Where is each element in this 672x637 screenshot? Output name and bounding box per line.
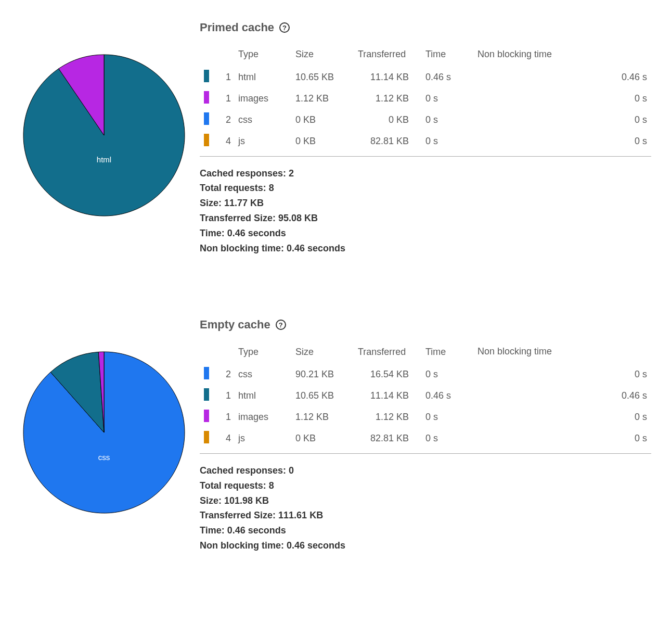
summary-value-size: 101.98 KB — [224, 495, 269, 506]
row-size: 0 KB — [291, 109, 354, 131]
row-count: 4 — [209, 131, 234, 152]
row-size: 0 KB — [291, 131, 354, 152]
help-icon[interactable]: ? — [279, 22, 290, 33]
color-swatch — [204, 134, 209, 146]
section-title: Primed cache ? — [200, 21, 651, 34]
table-row: 4 js 0 KB 82.81 KB 0 s 0 s — [200, 131, 651, 152]
color-swatch — [204, 70, 209, 82]
summary-value-cached: 0 — [289, 465, 294, 476]
summary-label-size: Size: — [200, 495, 222, 506]
summary-value-transferred: 95.08 KB — [278, 213, 318, 223]
summary-label-cached: Cached responses: — [200, 168, 286, 179]
section-title-text: Empty cache — [200, 318, 270, 332]
row-time: 0.46 s — [421, 67, 473, 88]
row-type: js — [234, 428, 291, 449]
summary-label-total: Total requests: — [200, 183, 266, 193]
row-count: 1 — [209, 67, 234, 88]
summary-block: Cached responses: 0 Total requests: 8 Si… — [200, 463, 651, 553]
row-count: 1 — [209, 88, 234, 109]
col-nonblocking: Non blocking time — [473, 342, 651, 364]
summary-label-nonblocking: Non blocking time: — [200, 540, 284, 551]
row-count: 1 — [209, 385, 234, 406]
cache-section: html Primed cache ? Type Size Transferre… — [21, 21, 651, 256]
row-type: html — [234, 67, 291, 88]
table-row: 2 css 0 KB 0 KB 0 s 0 s — [200, 109, 651, 131]
table-row: 1 images 1.12 KB 1.12 KB 0 s 0 s — [200, 88, 651, 109]
color-swatch — [204, 91, 209, 104]
help-icon[interactable]: ? — [276, 320, 286, 330]
row-transferred: 11.14 KB — [354, 67, 421, 88]
row-type: css — [234, 109, 291, 131]
details-panel: Empty cache ? Type Size Transferred Time… — [200, 318, 651, 553]
summary-label-cached: Cached responses: — [200, 465, 286, 476]
row-size: 90.21 KB — [291, 364, 354, 385]
summary-value-nonblocking: 0.46 seconds — [287, 243, 345, 253]
row-transferred: 82.81 KB — [354, 428, 421, 449]
row-type: css — [234, 364, 291, 385]
row-time: 0 s — [421, 131, 473, 152]
row-time: 0 s — [421, 406, 473, 428]
color-swatch — [204, 431, 209, 443]
color-swatch-cell — [200, 67, 209, 88]
summary-value-cached: 2 — [289, 168, 294, 179]
row-transferred: 0 KB — [354, 109, 421, 131]
row-nonblocking: 0 s — [473, 428, 651, 449]
color-swatch — [204, 367, 209, 379]
color-swatch — [204, 388, 209, 401]
summary-label-total: Total requests: — [200, 480, 266, 491]
row-time: 0 s — [421, 109, 473, 131]
section-title-text: Primed cache — [200, 21, 274, 34]
row-size: 0 KB — [291, 428, 354, 449]
table-row: 1 html 10.65 KB 11.14 KB 0.46 s 0.46 s — [200, 67, 651, 88]
row-type: html — [234, 385, 291, 406]
summary-value-transferred: 111.61 KB — [278, 510, 323, 520]
row-count: 2 — [209, 364, 234, 385]
row-type: images — [234, 88, 291, 109]
row-nonblocking: 0 s — [473, 131, 651, 152]
row-count: 1 — [209, 406, 234, 428]
pie-center-label: html — [97, 155, 111, 164]
row-type: js — [234, 131, 291, 152]
row-count: 4 — [209, 428, 234, 449]
row-nonblocking: 0 s — [473, 406, 651, 428]
summary-value-total: 8 — [269, 183, 274, 193]
row-nonblocking: 0.46 s — [473, 67, 651, 88]
summary-label-time: Time: — [200, 228, 225, 238]
row-nonblocking: 0 s — [473, 364, 651, 385]
row-count: 2 — [209, 109, 234, 131]
section-title: Empty cache ? — [200, 318, 651, 332]
summary-label-nonblocking: Non blocking time: — [200, 243, 284, 253]
color-swatch-cell — [200, 364, 209, 385]
summary-label-size: Size: — [200, 198, 222, 208]
col-nonblocking: Non blocking time — [473, 45, 651, 67]
details-panel: Primed cache ? Type Size Transferred Tim… — [200, 21, 651, 256]
pie-center-label: css — [98, 453, 110, 462]
color-swatch-cell — [200, 385, 209, 406]
col-size: Size — [291, 45, 354, 67]
row-time: 0 s — [421, 428, 473, 449]
color-swatch-cell — [200, 88, 209, 109]
color-swatch — [204, 112, 209, 125]
row-time: 0.46 s — [421, 385, 473, 406]
color-swatch — [204, 410, 209, 422]
row-time: 0 s — [421, 364, 473, 385]
row-type: images — [234, 406, 291, 428]
row-time: 0 s — [421, 88, 473, 109]
divider — [200, 453, 651, 454]
col-type: Type — [234, 45, 291, 67]
row-nonblocking: 0 s — [473, 88, 651, 109]
color-swatch-cell — [200, 406, 209, 428]
col-type: Type — [234, 342, 291, 364]
table-row: 1 images 1.12 KB 1.12 KB 0 s 0 s — [200, 406, 651, 428]
row-transferred: 1.12 KB — [354, 406, 421, 428]
table-row: 2 css 90.21 KB 16.54 KB 0 s 0 s — [200, 364, 651, 385]
summary-label-transferred: Transferred Size: — [200, 213, 276, 223]
col-time: Time — [421, 342, 473, 364]
color-swatch-cell — [200, 109, 209, 131]
row-nonblocking: 0.46 s — [473, 385, 651, 406]
summary-label-transferred: Transferred Size: — [200, 510, 276, 520]
color-swatch-cell — [200, 428, 209, 449]
summary-label-time: Time: — [200, 525, 225, 536]
divider — [200, 156, 651, 157]
cache-section: css Empty cache ? Type Size Transferred … — [21, 318, 651, 553]
